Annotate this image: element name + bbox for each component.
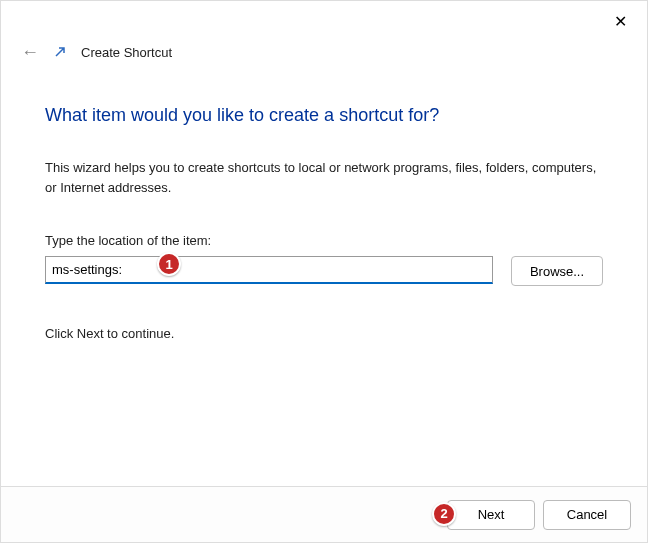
location-label: Type the location of the item: [45, 233, 603, 248]
header-row: ← Create Shortcut [1, 39, 647, 65]
page-heading: What item would you like to create a sho… [45, 105, 603, 126]
shortcut-icon [53, 45, 67, 59]
location-input[interactable] [45, 256, 493, 284]
footer: 2 Next Cancel [1, 486, 647, 542]
window-title: Create Shortcut [81, 45, 172, 60]
annotation-badge-2: 2 [432, 502, 456, 526]
input-row: Browse... 1 [45, 256, 603, 286]
annotation-badge-1: 1 [157, 252, 181, 276]
browse-button[interactable]: Browse... [511, 256, 603, 286]
close-icon: ✕ [614, 12, 627, 31]
close-button[interactable]: ✕ [597, 5, 643, 37]
continue-text: Click Next to continue. [45, 326, 603, 341]
next-button-label: Next [478, 507, 505, 522]
back-arrow-icon[interactable]: ← [21, 42, 39, 63]
next-button[interactable]: 2 Next [447, 500, 535, 530]
wizard-description: This wizard helps you to create shortcut… [45, 158, 603, 197]
titlebar: ✕ [1, 1, 647, 39]
content-area: What item would you like to create a sho… [1, 65, 647, 341]
cancel-button[interactable]: Cancel [543, 500, 631, 530]
